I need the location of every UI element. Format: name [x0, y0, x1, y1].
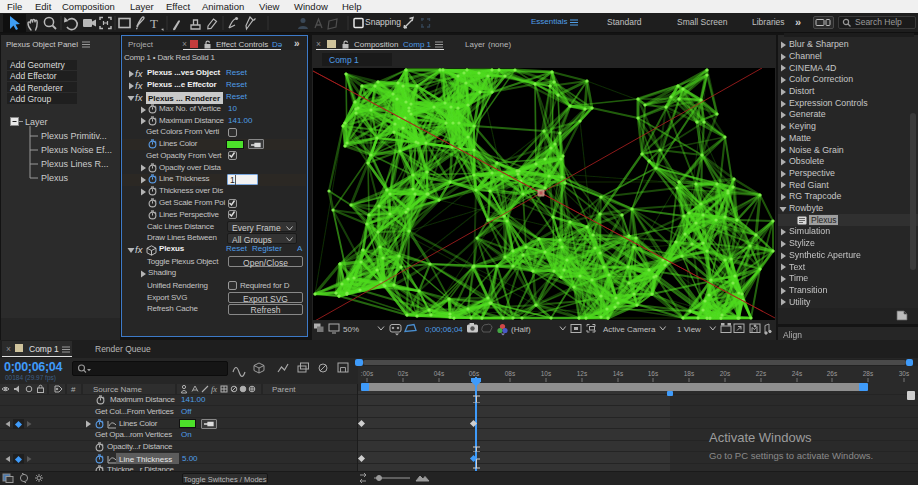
svg-text:50%: 50% [343, 325, 359, 334]
svg-text:08s: 08s [505, 370, 516, 377]
svg-text:14s: 14s [613, 370, 624, 377]
svg-text:22s: 22s [756, 370, 767, 377]
svg-text:26s: 26s [827, 370, 838, 377]
svg-text:(Half): (Half) [511, 325, 531, 334]
svg-text:18s: 18s [684, 370, 695, 377]
svg-text:T: T [150, 16, 158, 31]
svg-text:12s: 12s [577, 370, 588, 377]
svg-text:06s: 06s [469, 370, 480, 377]
svg-text:30s: 30s [899, 370, 910, 377]
svg-text:28s: 28s [863, 370, 874, 377]
svg-text:10s: 10s [541, 370, 552, 377]
svg-text:04s: 04s [434, 370, 445, 377]
svg-text:20s: 20s [720, 370, 731, 377]
svg-text:16s: 16s [648, 370, 659, 377]
svg-text::00s: :00s [361, 370, 374, 377]
svg-text:0;00;06;04: 0;00;06;04 [425, 325, 463, 334]
svg-text:1 View: 1 View [677, 325, 701, 334]
svg-text:02s: 02s [398, 370, 409, 377]
svg-text:24s: 24s [792, 370, 803, 377]
svg-text:fx: fx [211, 384, 217, 394]
svg-text:Active Camera: Active Camera [603, 325, 656, 334]
